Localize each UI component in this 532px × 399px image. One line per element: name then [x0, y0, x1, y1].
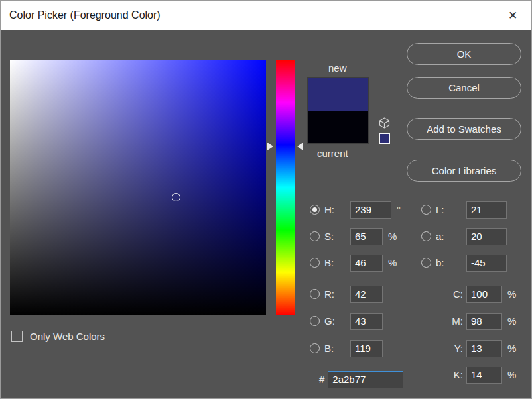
b-label: B:	[324, 343, 350, 354]
k-row: K: %	[421, 366, 516, 384]
h-radio[interactable]	[310, 205, 320, 215]
hex-hash-label: #	[319, 374, 324, 385]
l-input[interactable]	[466, 201, 507, 219]
hue-arrow-right-icon[interactable]	[297, 142, 303, 150]
l-radio[interactable]	[421, 205, 431, 215]
brightness-label: B:	[324, 257, 350, 268]
y-label: Y:	[436, 343, 466, 354]
close-icon[interactable]: ✕	[502, 1, 523, 30]
color-picker-dialog: Color Picker (Foreground Color) ✕ new cu…	[0, 0, 532, 399]
cancel-button[interactable]: Cancel	[407, 77, 521, 99]
color-libraries-button[interactable]: Color Libraries	[407, 160, 521, 182]
r-radio[interactable]	[310, 289, 320, 299]
only-web-colors-row: Only Web Colors	[11, 329, 105, 343]
m-row: M: %	[421, 312, 516, 330]
h-label: H:	[324, 204, 350, 215]
g-label: G:	[324, 315, 350, 327]
y-input[interactable]	[466, 340, 502, 357]
k-label: K:	[436, 369, 466, 380]
color-field[interactable]	[10, 60, 266, 315]
titlebar: Color Picker (Foreground Color) ✕	[1, 1, 531, 30]
y-unit: %	[507, 343, 516, 354]
g-input[interactable]	[350, 313, 383, 330]
window-title: Color Picker (Foreground Color)	[9, 9, 161, 21]
add-to-swatches-button[interactable]: Add to Swatches	[407, 118, 521, 140]
brightness-unit: %	[388, 257, 397, 268]
c-input[interactable]	[466, 286, 502, 303]
k-unit: %	[507, 369, 516, 380]
lab-b-input[interactable]	[466, 255, 507, 272]
only-web-colors-label: Only Web Colors	[30, 331, 105, 342]
k-input[interactable]	[466, 367, 502, 384]
current-label: current	[317, 148, 348, 159]
r-row: R:	[310, 285, 383, 303]
b-radio[interactable]	[310, 343, 320, 353]
a-label: a:	[436, 231, 466, 242]
l-row: L:	[421, 201, 507, 219]
g-radio[interactable]	[310, 316, 320, 326]
s-unit: %	[388, 231, 397, 242]
s-row: S: %	[310, 227, 397, 245]
hex-input[interactable]	[328, 371, 403, 388]
r-label: R:	[324, 288, 350, 300]
brightness-row: B: %	[310, 254, 397, 272]
s-label: S:	[324, 231, 350, 242]
only-web-colors-checkbox[interactable]	[11, 331, 23, 342]
g-row: G:	[310, 312, 383, 330]
web-gamut-cube-icon[interactable]	[378, 117, 391, 129]
a-radio[interactable]	[421, 231, 431, 241]
h-input[interactable]	[350, 201, 391, 219]
m-label: M:	[436, 315, 466, 327]
b-input[interactable]	[350, 340, 383, 357]
s-input[interactable]	[350, 228, 383, 245]
r-input[interactable]	[350, 286, 383, 303]
hue-slider[interactable]	[276, 60, 295, 315]
c-row: C: %	[421, 285, 516, 303]
ok-button[interactable]: OK	[407, 43, 521, 65]
web-safe-swatch[interactable]	[379, 133, 390, 144]
new-label: new	[328, 62, 347, 74]
brightness-radio[interactable]	[310, 258, 320, 268]
lab-b-row: b:	[421, 254, 507, 272]
new-color-swatch	[308, 78, 368, 111]
brightness-input[interactable]	[350, 255, 383, 272]
y-row: Y: %	[421, 339, 516, 357]
s-radio[interactable]	[310, 231, 320, 241]
b-row: B:	[310, 339, 383, 357]
h-row: H: °	[310, 201, 401, 219]
hue-arrow-left-icon[interactable]	[267, 142, 273, 150]
m-unit: %	[507, 315, 516, 327]
a-input[interactable]	[466, 228, 507, 245]
lab-b-label: b:	[436, 257, 466, 268]
lab-b-radio[interactable]	[421, 258, 431, 268]
a-row: a:	[421, 227, 507, 245]
h-unit: °	[397, 204, 401, 215]
c-label: C:	[436, 288, 466, 300]
swatch-box	[307, 77, 369, 144]
current-color-swatch[interactable]	[308, 111, 368, 144]
hex-row: #	[319, 370, 403, 388]
color-field-marker[interactable]	[172, 193, 180, 201]
m-input[interactable]	[466, 313, 502, 330]
c-unit: %	[507, 288, 516, 300]
l-label: L:	[436, 204, 466, 215]
